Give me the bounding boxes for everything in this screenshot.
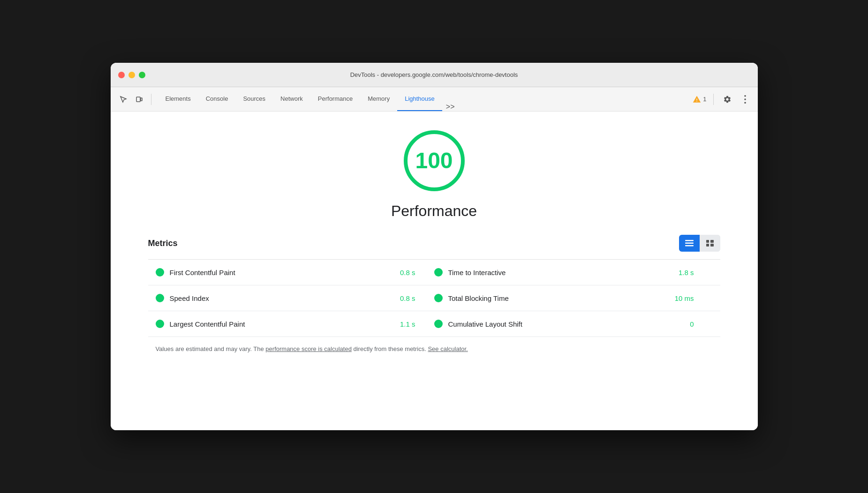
tab-performance[interactable]: Performance xyxy=(310,87,360,111)
tab-memory[interactable]: Memory xyxy=(360,87,397,111)
metric-lcp-value: 1.1 s xyxy=(392,320,415,328)
note-text-middle: directly from these metrics. xyxy=(352,345,428,352)
metric-cls-name: Cumulative Layout Shift xyxy=(448,320,665,328)
svg-rect-1 xyxy=(141,98,142,101)
metrics-row-2: Speed Index 0.8 s Total Blocking Time 10… xyxy=(148,285,720,311)
metric-dot-cls xyxy=(434,320,443,328)
svg-point-3 xyxy=(744,98,746,100)
score-circle: 100 xyxy=(404,130,465,191)
svg-rect-9 xyxy=(710,240,714,243)
maximize-button[interactable] xyxy=(139,72,145,78)
devtools-window: DevTools - developers.google.com/web/too… xyxy=(111,63,758,430)
svg-rect-6 xyxy=(685,243,694,244)
view-toggle xyxy=(679,235,720,252)
note-text-before: Values are estimated and may vary. The xyxy=(156,345,266,352)
tab-network[interactable]: Network xyxy=(273,87,310,111)
settings-icon[interactable] xyxy=(720,92,734,106)
metric-tbt-name: Total Blocking Time xyxy=(448,294,665,302)
tab-console[interactable]: Console xyxy=(198,87,236,111)
metric-dot-tti xyxy=(434,268,443,276)
metrics-section: Metrics xyxy=(148,235,720,354)
device-toggle-icon[interactable] xyxy=(132,92,146,106)
main-content: 100 Performance Metrics xyxy=(111,112,758,430)
metrics-header: Metrics xyxy=(148,235,720,252)
metric-fcp-name: First Contentful Paint xyxy=(170,269,386,276)
tab-elements[interactable]: Elements xyxy=(158,87,198,111)
svg-point-2 xyxy=(744,95,746,97)
traffic-lights xyxy=(118,72,145,78)
metric-si-value: 0.8 s xyxy=(392,294,415,302)
metric-dot-tbt xyxy=(434,294,443,302)
metric-fcp: First Contentful Paint 0.8 s xyxy=(156,268,434,276)
metrics-note: Values are estimated and may vary. The p… xyxy=(148,337,720,354)
svg-rect-8 xyxy=(706,240,709,243)
svg-rect-5 xyxy=(685,240,694,241)
metric-dot-fcp xyxy=(156,268,164,276)
minimize-button[interactable] xyxy=(128,72,135,78)
metric-lcp: Largest Contentful Paint 1.1 s xyxy=(156,320,434,328)
tab-lighthouse[interactable]: Lighthouse xyxy=(397,87,442,111)
toolbar: Elements Console Sources Network Perform… xyxy=(111,87,758,112)
tab-sources[interactable]: Sources xyxy=(235,87,273,111)
note-link-score[interactable]: performance score is calculated xyxy=(265,345,352,352)
svg-rect-0 xyxy=(136,97,140,102)
grid-view-button[interactable] xyxy=(700,235,720,252)
close-button[interactable] xyxy=(118,72,125,78)
metric-tti-name: Time to Interactive xyxy=(448,269,665,276)
metric-fcp-value: 0.8 s xyxy=(392,269,415,276)
metric-tti: Time to Interactive 1.8 s xyxy=(434,268,713,276)
metric-tbt: Total Blocking Time 10 ms xyxy=(434,294,713,302)
note-link-calculator[interactable]: See calculator. xyxy=(428,345,468,352)
toolbar-divider xyxy=(151,94,151,105)
svg-point-4 xyxy=(744,102,746,104)
metrics-title: Metrics xyxy=(148,239,178,248)
metric-cls: Cumulative Layout Shift 0 xyxy=(434,320,713,328)
score-value: 100 xyxy=(415,149,453,172)
metric-cls-value: 0 xyxy=(671,320,694,328)
toolbar-divider-2 xyxy=(713,94,714,105)
toolbar-right: 1 xyxy=(693,92,752,106)
metric-si-name: Speed Index xyxy=(170,294,386,302)
metrics-row-3: Largest Contentful Paint 1.1 s Cumulativ… xyxy=(148,311,720,337)
metric-tti-value: 1.8 s xyxy=(671,269,694,276)
more-tabs-button[interactable]: >> xyxy=(442,103,459,111)
metric-si: Speed Index 0.8 s xyxy=(156,294,434,302)
warning-badge[interactable]: 1 xyxy=(693,95,706,104)
inspector-icon[interactable] xyxy=(116,92,130,106)
svg-rect-10 xyxy=(706,244,709,246)
metric-lcp-name: Largest Contentful Paint xyxy=(170,320,386,328)
svg-rect-11 xyxy=(710,244,714,246)
metric-tbt-value: 10 ms xyxy=(671,294,694,302)
score-section: 100 Performance xyxy=(148,130,720,220)
warning-count: 1 xyxy=(703,96,706,103)
metric-dot-lcp xyxy=(156,320,164,328)
score-label: Performance xyxy=(391,202,477,220)
metric-dot-si xyxy=(156,294,164,302)
list-view-button[interactable] xyxy=(679,235,700,252)
svg-rect-7 xyxy=(685,245,694,246)
tab-list: Elements Console Sources Network Perform… xyxy=(158,87,459,111)
more-options-icon[interactable] xyxy=(738,92,752,106)
window-title: DevTools - developers.google.com/web/too… xyxy=(350,71,518,78)
title-bar: DevTools - developers.google.com/web/too… xyxy=(111,63,758,87)
metrics-row-1: First Contentful Paint 0.8 s Time to Int… xyxy=(148,260,720,285)
